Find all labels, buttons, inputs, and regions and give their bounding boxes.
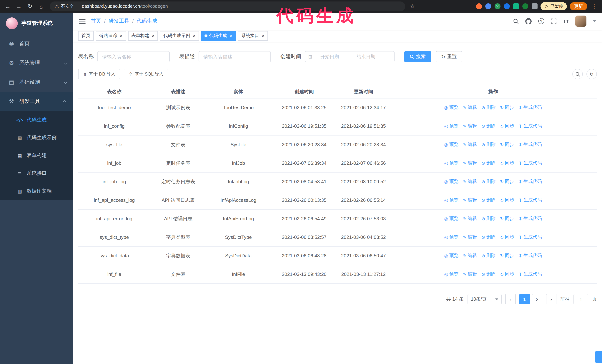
- action-preview-button[interactable]: ◎预览: [444, 197, 458, 203]
- logo-row[interactable]: 芋道管理系统: [0, 13, 73, 34]
- paused-badge[interactable]: ☺ 已暂停: [540, 2, 567, 10]
- action-generate-button[interactable]: ↧生成代码: [519, 104, 542, 111]
- next-page-button[interactable]: ›: [546, 294, 556, 304]
- green-square-extension-icon[interactable]: [513, 3, 519, 9]
- tab-codegen-example[interactable]: 代码生成示例×: [160, 31, 199, 41]
- action-preview-button[interactable]: ◎预览: [444, 216, 458, 222]
- action-generate-button[interactable]: ↧生成代码: [519, 252, 542, 259]
- sidebar-item-dev-tools[interactable]: ⚒研发工具: [0, 92, 73, 111]
- floating-corner-button[interactable]: [595, 351, 602, 363]
- breadcrumb-item[interactable]: 研发工具: [108, 18, 129, 24]
- action-generate-button[interactable]: ↧生成代码: [519, 123, 542, 129]
- action-sync-button[interactable]: ↻同步: [500, 104, 514, 111]
- breadcrumb-item[interactable]: 首页: [91, 18, 101, 24]
- hamburger-icon[interactable]: [79, 19, 86, 23]
- tab-close-icon[interactable]: ×: [230, 33, 232, 38]
- help-icon[interactable]: ?: [538, 18, 544, 24]
- tab-close-icon[interactable]: ×: [262, 33, 265, 38]
- action-edit-button[interactable]: ✎编辑: [463, 141, 477, 148]
- action-sync-button[interactable]: ↻同步: [500, 197, 514, 203]
- action-sync-button[interactable]: ↻同步: [500, 271, 514, 277]
- action-delete-button[interactable]: ⊘删除: [481, 234, 495, 240]
- tab-api[interactable]: 系统接口×: [238, 31, 268, 41]
- action-sync-button[interactable]: ↻同步: [500, 216, 514, 222]
- reload-icon[interactable]: ↻: [26, 2, 34, 11]
- bookmark-star-icon[interactable]: ☆: [408, 2, 416, 11]
- address-bar[interactable]: ⚠ 不安全 | dashboard.yudao.iocoder.cn/tool/…: [50, 1, 405, 11]
- import-db-button[interactable]: ⇧ 基于 DB 导入: [78, 69, 120, 79]
- tab-close-icon[interactable]: ×: [120, 33, 122, 38]
- action-sync-button[interactable]: ↻同步: [500, 178, 514, 185]
- action-preview-button[interactable]: ◎预览: [444, 123, 458, 129]
- tab-close-icon[interactable]: ×: [152, 33, 154, 38]
- action-preview-button[interactable]: ◎预览: [444, 271, 458, 277]
- action-delete-button[interactable]: ⊘删除: [481, 104, 495, 111]
- sidebar-item-home[interactable]: ◉首页: [0, 34, 73, 53]
- tab-form-builder[interactable]: 表单构建×: [128, 31, 158, 41]
- reset-button[interactable]: ↻ 重置: [436, 51, 462, 62]
- sidebar-item-system[interactable]: ⚙系统管理: [0, 53, 73, 73]
- page-button-2[interactable]: 2: [532, 294, 542, 304]
- action-preview-button[interactable]: ◎预览: [444, 178, 458, 185]
- action-edit-button[interactable]: ✎编辑: [463, 123, 477, 129]
- table-name-input[interactable]: [97, 51, 170, 62]
- action-edit-button[interactable]: ✎编辑: [463, 234, 477, 240]
- github-icon[interactable]: [525, 18, 531, 24]
- sidebar-subitem-form-builder[interactable]: ▦表单构建: [0, 147, 73, 164]
- goto-page-input[interactable]: [573, 294, 588, 304]
- action-preview-button[interactable]: ◎预览: [444, 252, 458, 259]
- action-delete-button[interactable]: ⊘删除: [481, 197, 495, 203]
- sidebar-item-infra[interactable]: ▤基础设施: [0, 73, 73, 92]
- action-sync-button[interactable]: ↻同步: [500, 123, 514, 129]
- refresh-table-button[interactable]: ↻: [586, 69, 597, 79]
- leaf-extension-icon[interactable]: [522, 3, 528, 9]
- create-time-range-picker[interactable]: ⊞ -: [305, 51, 395, 62]
- security-warning[interactable]: ⚠ 不安全: [55, 3, 74, 10]
- action-sync-button[interactable]: ↻同步: [500, 160, 514, 166]
- action-edit-button[interactable]: ✎编辑: [463, 271, 477, 277]
- sidebar-subitem-codegen-example[interactable]: ▧代码生成示例: [0, 129, 73, 147]
- action-delete-button[interactable]: ⊘删除: [481, 252, 495, 259]
- sidebar-subitem-db-doc[interactable]: ▥数据库文档: [0, 182, 73, 200]
- action-generate-button[interactable]: ↧生成代码: [519, 160, 542, 166]
- update-button[interactable]: 更新: [570, 2, 587, 10]
- action-delete-button[interactable]: ⊘删除: [481, 160, 495, 166]
- action-generate-button[interactable]: ↧生成代码: [519, 178, 542, 185]
- start-date-input[interactable]: [314, 54, 346, 59]
- page-size-select[interactable]: 10条/页: [468, 294, 502, 304]
- table-desc-input[interactable]: [199, 51, 271, 62]
- forward-icon[interactable]: →: [15, 2, 23, 11]
- action-generate-button[interactable]: ↧生成代码: [519, 216, 542, 222]
- action-delete-button[interactable]: ⊘删除: [481, 271, 495, 277]
- home-icon[interactable]: ⌂: [37, 2, 45, 11]
- tab-tracer[interactable]: 链路追踪×: [96, 31, 126, 41]
- action-generate-button[interactable]: ↧生成代码: [519, 197, 542, 203]
- search-icon[interactable]: [513, 18, 518, 24]
- tab-codegen[interactable]: 代码生成×: [201, 31, 236, 41]
- people-extension-icon[interactable]: [504, 3, 510, 9]
- action-delete-button[interactable]: ⊘删除: [481, 141, 495, 148]
- avatar[interactable]: [575, 16, 586, 27]
- breadcrumb-item[interactable]: 代码生成: [137, 18, 157, 24]
- action-generate-button[interactable]: ↧生成代码: [519, 234, 542, 240]
- action-sync-button[interactable]: ↻同步: [500, 252, 514, 259]
- sidebar-subitem-codegen[interactable]: </>代码生成: [0, 111, 73, 129]
- sidebar-subitem-api[interactable]: ≣系统接口: [0, 164, 73, 182]
- action-edit-button[interactable]: ✎编辑: [463, 197, 477, 203]
- orange-extension-icon[interactable]: [476, 3, 482, 9]
- avatar-caret-icon[interactable]: [593, 20, 596, 22]
- tab-close-icon[interactable]: ×: [193, 33, 195, 38]
- action-sync-button[interactable]: ↻同步: [500, 234, 514, 240]
- action-generate-button[interactable]: ↧生成代码: [519, 271, 542, 277]
- import-sql-button[interactable]: ⇧ 基于 SQL 导入: [124, 69, 168, 79]
- action-generate-button[interactable]: ↧生成代码: [519, 141, 542, 148]
- toggle-search-button[interactable]: [572, 69, 583, 79]
- puzzle-extension-icon[interactable]: [532, 3, 538, 9]
- page-button-1[interactable]: 1: [519, 294, 530, 304]
- action-edit-button[interactable]: ✎编辑: [463, 252, 477, 259]
- green-check-extension-icon[interactable]: V: [494, 3, 501, 9]
- blue-drop-extension-icon[interactable]: [485, 3, 491, 9]
- action-edit-button[interactable]: ✎编辑: [463, 160, 477, 166]
- action-preview-button[interactable]: ◎预览: [444, 160, 458, 166]
- action-delete-button[interactable]: ⊘删除: [481, 178, 495, 185]
